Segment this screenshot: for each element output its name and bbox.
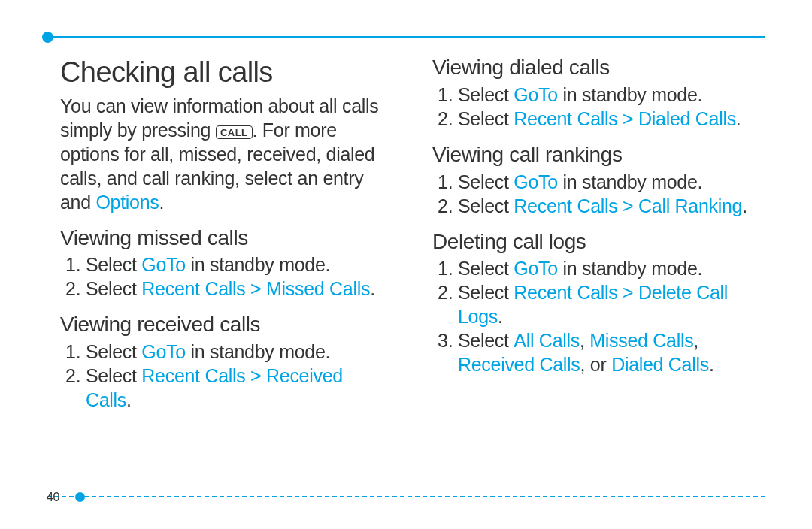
step: Select GoTo in standby mode. — [458, 83, 765, 107]
recent-calls-label: Recent Calls — [514, 108, 617, 129]
recent-calls-label: Recent Calls — [514, 282, 617, 303]
step-text: . — [709, 354, 714, 375]
goto-label: GoTo — [514, 171, 558, 192]
section-delete: Deleting call logs Select GoTo in standb… — [432, 228, 765, 377]
recent-calls-label: Recent Calls — [141, 278, 245, 299]
dialed-calls-label: Dialed Calls — [611, 354, 709, 375]
step-text: in standby mode. — [558, 171, 702, 192]
step-text: Select — [458, 330, 514, 351]
step-text: Select — [458, 195, 514, 216]
call-ranking-label: Call Ranking — [638, 195, 742, 216]
missed-calls-label: Missed Calls — [266, 278, 370, 299]
step-text: in standby mode. — [186, 254, 330, 275]
step-text: . — [736, 108, 741, 129]
heading-dialed: Viewing dialed calls — [432, 54, 765, 81]
received-calls-label: Received Calls — [458, 354, 580, 375]
top-rule — [47, 36, 765, 38]
step: Select GoTo in standby mode. — [458, 170, 765, 194]
goto-label: GoTo — [514, 258, 558, 279]
step: Select Recent Calls > Delete Call Logs. — [458, 280, 765, 328]
step-text: Select — [458, 171, 514, 192]
step-text: , or — [580, 354, 612, 375]
top-rule-dot-icon — [42, 32, 53, 43]
steps-received: Select GoTo in standby mode. Select Rece… — [60, 340, 393, 412]
step-text: Select — [86, 341, 141, 362]
intro-paragraph: You can view information about all calls… — [60, 94, 393, 214]
step: Select GoTo in standby mode. — [86, 340, 393, 364]
steps-delete: Select GoTo in standby mode. Select Rece… — [432, 256, 765, 376]
goto-label: GoTo — [141, 254, 186, 275]
page-title: Checking all calls — [60, 54, 393, 91]
step: Select GoTo in standby mode. — [458, 256, 765, 280]
breadcrumb-sep: > — [245, 365, 266, 386]
step: Select Recent Calls > Missed Calls. — [86, 277, 393, 301]
step-text: , — [693, 330, 698, 351]
section-rankings: Viewing call rankings Select GoTo in sta… — [432, 141, 765, 218]
step-text: , — [580, 330, 589, 351]
call-key-icon: CALL — [216, 125, 253, 139]
steps-rankings: Select GoTo in standby mode. Select Rece… — [432, 170, 765, 218]
step-text: . — [126, 389, 132, 410]
step-text: Select — [86, 254, 141, 275]
step-text: Select — [458, 108, 514, 129]
steps-dialed: Select GoTo in standby mode. Select Rece… — [432, 83, 765, 131]
step-text: Select — [86, 278, 141, 299]
step-text: Select — [86, 365, 141, 386]
step: Select All Calls, Missed Calls, Received… — [458, 328, 765, 376]
recent-calls-label: Recent Calls — [141, 365, 245, 386]
steps-missed: Select GoTo in standby mode. Select Rece… — [60, 252, 393, 301]
recent-calls-label: Recent Calls — [514, 195, 617, 216]
step-text: in standby mode. — [186, 341, 330, 362]
heading-delete: Deleting call logs — [432, 228, 765, 255]
page-number: 40 — [47, 491, 59, 504]
step-text: Select — [458, 282, 514, 303]
breadcrumb-sep: > — [617, 195, 638, 216]
step-text: . — [370, 278, 375, 299]
breadcrumb-sep: > — [617, 282, 638, 303]
all-calls-label: All Calls — [514, 330, 580, 351]
bottom-rule — [47, 496, 765, 497]
body-content: Checking all calls You can view informat… — [60, 54, 765, 476]
intro-text-3: . — [159, 192, 165, 213]
step-text: Select — [458, 84, 514, 105]
section-missed: Viewing missed calls Select GoTo in stan… — [60, 225, 393, 301]
breadcrumb-sep: > — [617, 108, 638, 129]
section-received: Viewing received calls Select GoTo in st… — [60, 311, 393, 412]
breadcrumb-sep: > — [245, 278, 266, 299]
heading-missed: Viewing missed calls — [60, 225, 393, 252]
step: Select Recent Calls > Dialed Calls. — [458, 107, 765, 131]
step-text: in standby mode. — [558, 258, 702, 279]
dialed-calls-label: Dialed Calls — [638, 108, 736, 129]
section-dialed: Viewing dialed calls Select GoTo in stan… — [432, 54, 765, 131]
heading-received: Viewing received calls — [60, 311, 393, 338]
step: Select Recent Calls > Call Ranking. — [458, 194, 765, 218]
step-text: in standby mode. — [558, 84, 702, 105]
bottom-rule-dot-icon — [75, 492, 85, 502]
heading-rankings: Viewing call rankings — [432, 141, 765, 168]
options-label: Options — [95, 192, 159, 213]
goto-label: GoTo — [514, 84, 558, 105]
step: Select GoTo in standby mode. — [86, 252, 393, 277]
step-text: . — [742, 195, 747, 216]
missed-calls-label: Missed Calls — [589, 330, 693, 351]
step-text: Select — [458, 258, 514, 279]
step: Select Recent Calls > Received Calls. — [86, 364, 393, 412]
goto-label: GoTo — [141, 341, 186, 362]
step-text: . — [498, 306, 503, 327]
manual-page: Checking all calls You can view informat… — [0, 0, 812, 529]
